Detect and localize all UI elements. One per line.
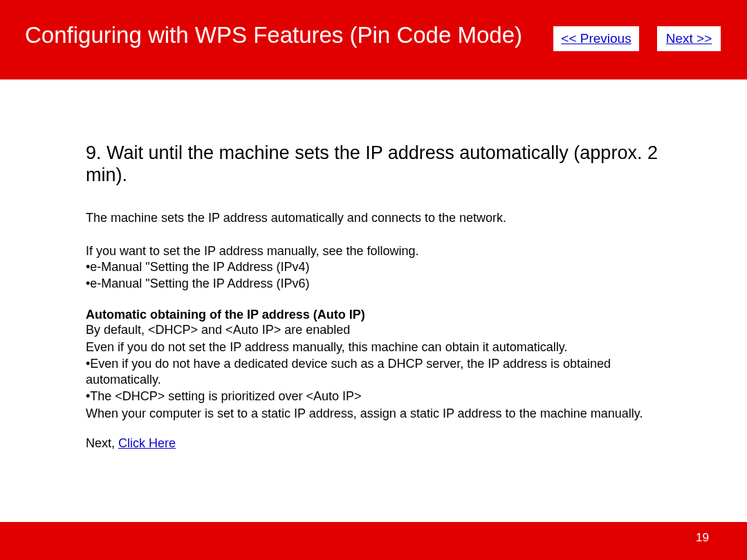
page-title: Configuring with WPS Features (Pin Code … [25,22,522,48]
auto-ip-title: Automatic obtaining of the IP address (A… [86,307,661,323]
next-button[interactable]: Next >> [657,26,721,51]
page-number: 19 [696,531,709,545]
slide-page: Configuring with WPS Features (Pin Code … [0,0,747,560]
manual-bullet-ipv6: •e-Manual "Setting the IP Address (IPv6) [86,276,661,292]
manual-note: If you want to set the IP address manual… [86,243,661,259]
next-line: Next, Click Here [86,436,661,451]
auto-ip-line-1: Even if you do not set the IP address ma… [86,339,661,355]
auto-ip-line-0: By default, <DHCP> and <Auto IP> are ena… [86,322,661,338]
header-bar: Configuring with WPS Features (Pin Code … [0,0,747,80]
click-here-link[interactable]: Click Here [118,436,176,450]
content-area: 9. Wait until the machine sets the IP ad… [0,80,747,522]
footer-bar: 19 [0,522,747,560]
previous-link-text[interactable]: << Previous [561,31,631,46]
next-prefix: Next, [86,436,118,450]
intro-text: The machine sets the IP address automati… [86,210,661,226]
step-heading: 9. Wait until the machine sets the IP ad… [86,142,661,187]
auto-ip-line-3: •The <DHCP> setting is prioritized over … [86,389,661,404]
manual-bullet-ipv4: •e-Manual "Setting the IP Address (IPv4) [86,259,661,275]
previous-button[interactable]: << Previous [553,26,639,51]
auto-ip-line-4: When your computer is set to a static IP… [86,406,661,422]
next-link-text[interactable]: Next >> [666,31,712,46]
auto-ip-line-2: •Even if you do not have a dedicated dev… [86,356,661,387]
